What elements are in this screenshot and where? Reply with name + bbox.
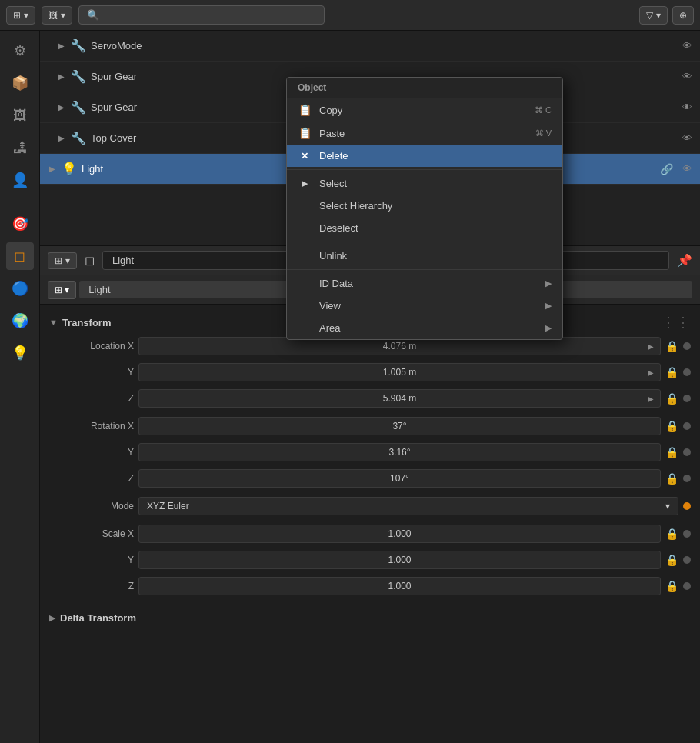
field-label-rotation-z: Z — [49, 473, 134, 484]
sidebar-icon-image[interactable]: 🖼 — [6, 102, 34, 129]
ctx-delete-item[interactable]: ✕ Delete (undocumented operator): Delete — [287, 145, 562, 167]
copy-icon: 📋 — [298, 104, 312, 116]
field-input-rotation-x[interactable]: 37° — [138, 417, 661, 435]
lock-icon-rot-y[interactable]: 🔒 — [665, 446, 678, 458]
keyframe-dot-mode — [683, 502, 691, 510]
rotation-z-value: 107° — [390, 473, 409, 484]
object-type-icon: 🔧 — [71, 100, 86, 115]
ctx-view-item[interactable]: View ▶ — [287, 295, 562, 317]
sidebar-icon-material[interactable]: 🔵 — [6, 275, 34, 302]
visibility-eye-icon[interactable]: 👁 — [682, 163, 692, 175]
sidebar-icon-modifier[interactable]: ◻ — [6, 242, 34, 270]
section-header-delta[interactable]: ▶ Delta Transform — [49, 606, 691, 629]
ctx-unlink-item[interactable]: Unlink — [287, 245, 562, 267]
table-row[interactable]: ▶ 🔧 ServoMode 👁 — [40, 31, 700, 62]
lock-icon-scale-z[interactable]: 🔒 — [665, 580, 678, 592]
lock-icon-rot-z[interactable]: 🔒 — [665, 472, 678, 485]
field-row-location-z: Z 5.904 m ▶ 🔒 — [49, 386, 691, 411]
sidebar-icon-world[interactable]: 🌍 — [6, 307, 34, 335]
field-row-rotation-z: Z 107° 🔒 — [49, 466, 691, 491]
field-row-rotation-x: Rotation X 37° 🔒 — [49, 414, 691, 438]
properties-panel: ▼ Transform ⋮⋮ Location X 4.076 m ▶ 🔒 Y — [40, 305, 700, 743]
tab-object[interactable]: ⊞ ▾ — [48, 281, 76, 299]
sidebar-icon-tools[interactable]: ⚙ — [6, 37, 34, 65]
search-bar[interactable]: 🔍 — [78, 5, 325, 25]
keyframe-dot-loc-y — [683, 368, 691, 376]
pin-icon[interactable]: 📌 — [677, 253, 692, 268]
lock-icon-loc-x[interactable]: 🔒 — [665, 340, 678, 352]
field-input-scale-x[interactable]: 1.000 — [138, 525, 661, 543]
sidebar-icon-light[interactable]: 💡 — [6, 339, 34, 367]
field-label-location-y: Y — [49, 367, 134, 378]
row-label: ServoMode — [91, 40, 678, 52]
lock-icon-loc-z[interactable]: 🔒 — [665, 392, 678, 405]
location-z-value: 5.904 m — [383, 393, 416, 404]
sidebar-icon-face[interactable]: 👤 — [6, 166, 34, 194]
visibility-eye-icon[interactable]: 👁 — [682, 71, 692, 82]
ctx-deselect-label: Deselect — [319, 222, 358, 234]
sidebar-icon-image2[interactable]: 🏞 — [6, 134, 34, 162]
ctx-copy-shortcut: ⌘ C — [535, 105, 552, 115]
mode-value: XYZ Euler — [147, 501, 189, 511]
search-input[interactable] — [104, 9, 316, 21]
lock-icon-rot-x[interactable]: 🔒 — [665, 420, 678, 432]
field-input-location-z[interactable]: 5.904 m ▶ — [138, 389, 661, 408]
ctx-paste-label: Paste — [319, 128, 345, 139]
delete-icon: ✕ — [298, 151, 312, 162]
keyframe-dot-scale-z — [683, 582, 691, 590]
lock-icon-loc-y[interactable]: 🔒 — [665, 366, 678, 378]
ctx-select-item[interactable]: ▶ Select — [287, 172, 562, 195]
field-input-rotation-z[interactable]: 107° — [138, 469, 661, 488]
field-input-rotation-y[interactable]: 3.16° — [138, 443, 661, 461]
ctx-select-label: Select — [319, 178, 347, 189]
visibility-eye-icon[interactable]: 👁 — [682, 40, 692, 52]
add-collection-btn[interactable]: ⊕ — [672, 6, 694, 25]
ctx-area-item[interactable]: Area ▶ — [287, 317, 562, 339]
field-row-mode: Mode XYZ Euler ▾ — [49, 494, 691, 518]
location-x-value: 4.076 m — [383, 341, 416, 352]
select-icon: ▶ — [298, 178, 312, 188]
mode-dropdown[interactable]: XYZ Euler ▾ — [138, 497, 678, 515]
add-icon: ⊕ — [679, 10, 687, 21]
row-expand-arrow: ▶ — [58, 42, 65, 50]
face-icon: 👤 — [12, 172, 28, 188]
tab-object-icon: ⊞ — [55, 285, 62, 295]
row-expand-arrow: ▶ — [58, 103, 65, 112]
iddata-arrow-icon: ▶ — [545, 278, 552, 288]
tools-icon: ⚙ — [14, 42, 26, 59]
field-input-location-y[interactable]: 1.005 m ▶ — [138, 363, 661, 381]
dropdown-arrow: ▾ — [665, 501, 670, 511]
ctx-copy-label: Copy — [319, 105, 342, 116]
lock-icon-scale-x[interactable]: 🔒 — [665, 528, 678, 540]
main-layout: ⚙ 📦 🖼 🏞 👤 🎯 ◻ 🔵 🌍 💡 — [0, 31, 700, 743]
visibility-eye-icon[interactable]: 👁 — [682, 132, 692, 144]
object-type-icon: 🔧 — [71, 38, 86, 53]
ctx-paste-item[interactable]: 📋 Paste ⌘ V — [287, 122, 562, 145]
ctx-iddata-label: ID Data — [319, 278, 353, 289]
field-input-scale-z[interactable]: 1.000 — [138, 577, 661, 595]
context-menu-section-label: Object — [287, 78, 562, 98]
object-icon: 📦 — [12, 75, 28, 92]
field-label-location-z: Z — [49, 393, 134, 404]
lock-icon-scale-y[interactable]: 🔒 — [665, 554, 678, 566]
ctx-iddata-item[interactable]: ID Data ▶ — [287, 272, 562, 295]
sidebar-icon-constraint[interactable]: 🎯 — [6, 210, 34, 238]
keyframe-dot-rot-x — [683, 422, 691, 430]
scene-icon: ⊞ — [13, 10, 21, 21]
object-type-icon: 🔧 — [71, 69, 86, 84]
context-divider-2 — [287, 242, 562, 242]
filter-btn[interactable]: ▽ ▾ — [639, 6, 668, 25]
scene-toggle-btn[interactable]: ⊞ ▾ — [6, 6, 35, 25]
context-menu: Object 📋 Copy ⌘ C 📋 Paste ⌘ V ✕ Delete (… — [286, 77, 563, 340]
sidebar-icon-object[interactable]: 📦 — [6, 69, 34, 97]
field-input-scale-y[interactable]: 1.000 — [138, 551, 661, 569]
visibility-eye-icon[interactable]: 👁 — [682, 102, 692, 113]
chevron-down-icon-2: ▾ — [61, 10, 65, 21]
ctx-copy-item[interactable]: 📋 Copy ⌘ C — [287, 98, 562, 122]
properties-view-btn[interactable]: ⊞ ▾ — [48, 252, 77, 269]
view-toggle-btn[interactable]: 🖼 ▾ — [42, 6, 72, 25]
ctx-select-hierarchy-item[interactable]: Select Hierarchy — [287, 195, 562, 217]
section-expand-arrow: ▼ — [49, 318, 58, 327]
section-title-delta: Delta Transform — [60, 612, 136, 624]
ctx-deselect-item[interactable]: Deselect — [287, 217, 562, 239]
